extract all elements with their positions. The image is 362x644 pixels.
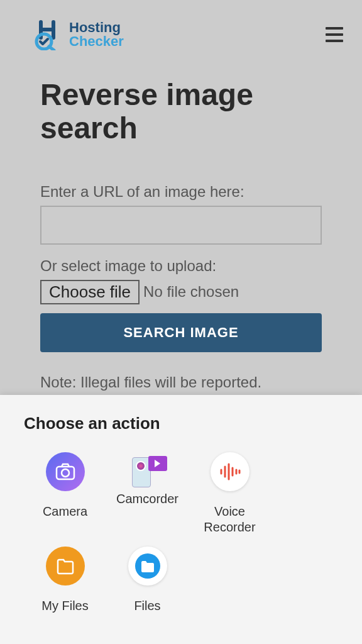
note-line1: Note: Illegal files will be reported. — [40, 371, 322, 394]
search-image-button[interactable]: SEARCH IMAGE — [40, 313, 322, 352]
url-label: Enter a URL of an image here: — [40, 183, 322, 201]
camcorder-icon — [128, 452, 167, 491]
action-label: Camcorder — [116, 491, 178, 507]
camera-icon — [46, 452, 85, 491]
action-camcorder[interactable]: Camcorder — [106, 452, 189, 535]
upload-label: Or select image to upload: — [40, 257, 322, 275]
logo-text-top: Hosting — [69, 21, 124, 35]
logo-icon — [31, 19, 63, 50]
action-label: Files — [134, 598, 160, 614]
header: Hosting Checker — [0, 0, 362, 69]
no-file-label: No file chosen — [143, 283, 239, 301]
logo-text-bottom: Checker — [69, 35, 124, 48]
menu-icon[interactable] — [326, 27, 349, 42]
choose-file-button[interactable]: Choose file — [40, 280, 140, 304]
action-label: Camera — [43, 504, 87, 519]
logo[interactable]: Hosting Checker — [31, 19, 124, 50]
action-my-files[interactable]: My Files — [24, 547, 106, 614]
action-label: Voice Recorder — [189, 504, 271, 535]
sheet-title: Choose an action — [24, 414, 338, 433]
page-title: Reverse image search — [40, 79, 322, 145]
my-files-icon — [46, 547, 85, 586]
files-icon — [128, 547, 167, 586]
action-label: My Files — [41, 598, 88, 614]
action-camera[interactable]: Camera — [24, 452, 106, 535]
action-sheet: Choose an action Camera Ca — [0, 395, 362, 644]
action-grid: Camera Camcorder — [24, 452, 338, 625]
voice-recorder-icon — [211, 452, 250, 491]
logo-text: Hosting Checker — [69, 21, 124, 48]
main-content: Reverse image search Enter a URL of an i… — [0, 79, 362, 416]
svg-point-2 — [62, 469, 69, 477]
action-voice-recorder[interactable]: Voice Recorder — [189, 452, 271, 535]
action-files[interactable]: Files — [106, 547, 189, 614]
url-input[interactable] — [40, 206, 322, 245]
